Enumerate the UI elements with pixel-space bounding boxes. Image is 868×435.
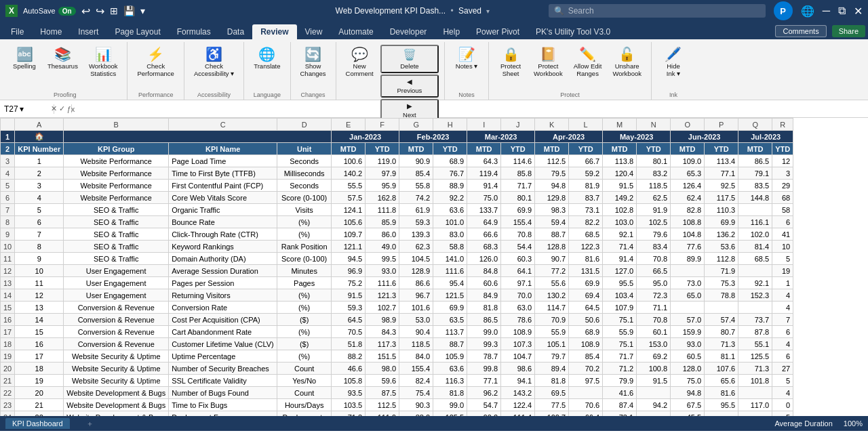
autosave-label: AutoSave [23, 7, 56, 15]
ribbon-group-proofing: 🔤 Spelling 📚 Thesaurus 📊 WorkbookStatist… [3, 42, 127, 100]
tab-review[interactable]: Review [252, 24, 296, 39]
spelling-icon: 🔤 [16, 47, 33, 61]
tab-developer[interactable]: Developer [382, 24, 435, 39]
feb-mtd-header: MTD [399, 143, 433, 155]
jun-mtd-header: MTD [671, 143, 705, 155]
changes-items: 🔄 ShowChanges [296, 45, 330, 90]
col-header-k[interactable]: K [535, 119, 569, 131]
proofing-items: 🔤 Spelling 📚 Thesaurus 📊 WorkbookStatist… [8, 45, 121, 90]
tab-insert[interactable]: Insert [70, 24, 106, 39]
col-header-b[interactable]: B [64, 119, 169, 131]
col-header-a[interactable]: A [15, 119, 64, 131]
allow-edit-ranges-btn[interactable]: ✏️ Allow EditRanges [570, 45, 606, 80]
close-btn[interactable]: ✕ [854, 5, 863, 18]
jan-mtd-header: MTD [332, 143, 366, 155]
sheet-tab[interactable]: KPI Dashboard [5, 418, 70, 429]
table-row: 10 8 SEO & Traffic Keyword Rankings Rank… [1, 241, 793, 253]
search-bar[interactable]: 🔍 Search [549, 4, 766, 18]
workbook-statistics-btn[interactable]: 📊 WorkbookStatistics [85, 45, 122, 80]
table-row: 23 21 Website Development & Bugs Time to… [1, 399, 793, 411]
search-placeholder: Search [568, 6, 594, 16]
col-header-i[interactable]: I [467, 119, 501, 131]
tab-pkutility[interactable]: PK's Utility Tool V3.0 [528, 24, 618, 39]
delete-comment-btn[interactable]: 🗑️ Delete [380, 45, 439, 73]
col-header-f[interactable]: F [366, 119, 399, 131]
title-bar-left: X AutoSave On ↩ ↪ ⊞ 💾 ▾ [5, 5, 277, 18]
redo-icon[interactable]: ↪ [96, 5, 104, 18]
tab-powerpivot[interactable]: Power Pivot [468, 24, 528, 39]
undo-icon[interactable]: ↩ [81, 5, 90, 18]
confirm-formula-icon[interactable]: ✓ [59, 104, 65, 113]
notes-btn[interactable]: 📝 Notes ▾ [450, 45, 483, 72]
unshare-workbook-btn[interactable]: 🔓 UnshareWorkbook [608, 45, 646, 80]
col-header-m[interactable]: M [603, 119, 637, 131]
spreadsheet-area[interactable]: A B C D E F G H I J K L M N O P Q R [0, 118, 868, 416]
col-header-c[interactable]: C [169, 119, 277, 131]
translate-btn[interactable]: 🌐 Translate [250, 45, 284, 72]
tab-data[interactable]: Data [219, 24, 252, 39]
show-changes-btn[interactable]: 🔄 ShowChanges [296, 45, 330, 80]
insert-function-icon[interactable]: ƒx [67, 105, 75, 113]
jul-ytd-header: YTD [772, 143, 793, 155]
mar-ytd-header: YTD [501, 143, 535, 155]
ink-label: Ink [669, 90, 677, 98]
protect-workbook-btn[interactable]: 📔 ProtectWorkbook [530, 45, 567, 80]
tab-pagelayout[interactable]: Page Layout [106, 24, 168, 39]
table-row: 24 22 Website Development & Bugs Deploym… [1, 411, 793, 417]
tab-home[interactable]: Home [32, 24, 70, 39]
col-header-g[interactable]: G [399, 119, 433, 131]
tab-formulas[interactable]: Formulas [169, 24, 219, 39]
tab-help[interactable]: Help [435, 24, 468, 39]
col-header-n[interactable]: N [637, 119, 671, 131]
changes-label: Changes [301, 90, 326, 98]
ribbon-group-comments: 💬 NewComment 🗑️ Delete ◀ Previous ▶ Next… [336, 42, 446, 100]
dropdown-arrow[interactable]: ▾ [486, 7, 490, 15]
col-header-e[interactable]: E [332, 119, 366, 131]
quick-access-more[interactable]: ▾ [140, 5, 145, 16]
check-performance-btn[interactable]: ⚡ CheckPerformance [133, 45, 178, 80]
thesaurus-btn[interactable]: 📚 Thesaurus [43, 45, 82, 72]
world-icon[interactable]: 🌐 [801, 5, 814, 18]
col-header-j[interactable]: J [501, 119, 535, 131]
hide-ink-btn[interactable]: 🖊️ HideInk ▾ [657, 45, 690, 80]
jul-mtd-header: MTD [738, 143, 772, 155]
name-box-dropdown[interactable]: ▾ [20, 104, 24, 114]
cancel-formula-icon[interactable]: ✕ [51, 104, 57, 113]
new-comment-btn[interactable]: 💬 NewComment [342, 45, 378, 80]
next-icon: ▶ [407, 102, 412, 110]
search-icon: 🔍 [554, 6, 564, 16]
share-btn[interactable]: Share [832, 25, 865, 37]
tab-automate[interactable]: Automate [330, 24, 381, 39]
language-items: 🌐 Translate [250, 45, 284, 90]
col-header-d[interactable]: D [277, 119, 332, 131]
col-header-h[interactable]: H [433, 119, 467, 131]
restore-btn[interactable]: ⧉ [838, 5, 846, 17]
table-row: 18 16 Conversion & Revenue Customer Life… [1, 338, 793, 350]
plus-sheet-btn[interactable]: ＋ [86, 419, 94, 429]
check-accessibility-btn[interactable]: ♿ CheckAccessibility ▾ [190, 45, 238, 80]
tab-file[interactable]: File [3, 24, 32, 39]
comments-btn[interactable]: Comments [775, 25, 826, 37]
col-header-o[interactable]: O [671, 119, 705, 131]
col-header-q[interactable]: Q [738, 119, 772, 131]
minimize-btn[interactable]: ─ [823, 5, 830, 17]
col-header-p[interactable]: P [705, 119, 738, 131]
table-row: 21 19 Website Security & Uptime SSL Cert… [1, 375, 793, 387]
notes-icon: 📝 [458, 47, 475, 61]
user-avatar[interactable]: P [774, 1, 793, 20]
protect-sheet-btn[interactable]: 🔒 ProtectSheet [494, 45, 527, 80]
title-bar-right: 🔍 Search P 🌐 ─ ⧉ ✕ [549, 1, 863, 20]
table-row: 14 12 User Engagement Returning Visitors… [1, 289, 793, 302]
save-icon[interactable]: 💾 [123, 5, 135, 16]
tab-view[interactable]: View [297, 24, 331, 39]
title-center: Web Development KPI Dash... • Saved ▾ [277, 6, 548, 16]
new-comment-icon: 💬 [351, 47, 368, 61]
col-header-r[interactable]: R [772, 119, 793, 131]
prev-comment-btn[interactable]: ◀ Previous [380, 75, 439, 98]
autosave-toggle[interactable]: On [58, 7, 76, 16]
name-box[interactable]: T27 ▾ [0, 104, 54, 114]
unshare-label: UnshareWorkbook [612, 62, 642, 77]
grid-icon[interactable]: ⊞ [110, 5, 118, 16]
col-header-l[interactable]: L [569, 119, 603, 131]
spelling-btn[interactable]: 🔤 Spelling [8, 45, 41, 72]
